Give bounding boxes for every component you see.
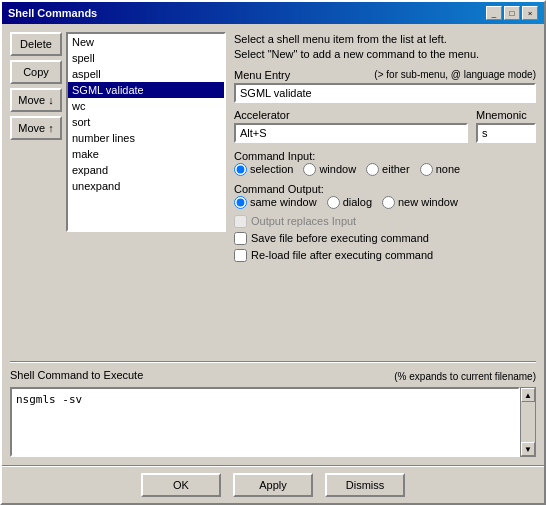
radio-window-input[interactable] — [303, 163, 316, 176]
radio-none[interactable]: none — [420, 163, 460, 176]
radio-selection-input[interactable] — [234, 163, 247, 176]
list-item[interactable]: spell — [68, 50, 224, 66]
list-item[interactable]: make — [68, 146, 224, 162]
radio-same-window[interactable]: same window — [234, 196, 317, 209]
list-item[interactable]: number lines — [68, 130, 224, 146]
ok-button[interactable]: OK — [141, 473, 221, 497]
main-area: Delete Copy Move ↓ Move ↑ Newspellaspell… — [10, 32, 536, 355]
delete-button[interactable]: Delete — [10, 32, 62, 56]
command-input-radios: selection window either none — [234, 163, 536, 176]
radio-dialog-input[interactable] — [327, 196, 340, 209]
radio-either-label: either — [382, 163, 410, 175]
accelerator-label: Accelerator — [234, 109, 468, 121]
checkbox-save-before[interactable]: Save file before executing command — [234, 232, 536, 245]
separator — [10, 361, 536, 363]
shell-command-area: ▲ ▼ — [10, 387, 536, 457]
list-item[interactable]: SGML validate — [68, 82, 224, 98]
close-button[interactable]: × — [522, 6, 538, 20]
menu-entry-input[interactable] — [234, 83, 536, 103]
checkbox-output-replaces-label: Output replaces Input — [251, 215, 356, 227]
footer: OK Apply Dismiss — [2, 467, 544, 503]
radio-window-label: window — [319, 163, 356, 175]
list-item[interactable]: unexpand — [68, 178, 224, 194]
checkbox-save-before-input[interactable] — [234, 232, 247, 245]
mnemonic-label: Mnemonic — [476, 109, 536, 121]
shell-command-section: Shell Command to Execute (% expands to c… — [10, 369, 536, 457]
menu-entry-sublabel: (> for sub-menu, @ language mode) — [374, 69, 536, 80]
apply-button[interactable]: Apply — [233, 473, 313, 497]
shell-commands-window: Shell Commands _ □ × Delete Copy Move ↓ … — [0, 0, 546, 505]
radio-new-window-label: new window — [398, 196, 458, 208]
command-input-section: Command Input: selection window eithe — [234, 149, 536, 176]
command-output-label: Command Output: — [234, 183, 324, 195]
title-bar: Shell Commands _ □ × — [2, 2, 544, 24]
command-output-section: Command Output: same window dialog ne — [234, 182, 536, 209]
accelerator-group: Accelerator — [234, 109, 468, 143]
checkbox-output-replaces-input[interactable] — [234, 215, 247, 228]
radio-same-window-input[interactable] — [234, 196, 247, 209]
checkbox-reload-after[interactable]: Re-load file after executing command — [234, 249, 536, 262]
window-title: Shell Commands — [8, 7, 97, 19]
scroll-down-arrow[interactable]: ▼ — [521, 442, 535, 456]
mnemonic-input[interactable] — [476, 123, 536, 143]
title-controls: _ □ × — [486, 6, 538, 20]
checkbox-save-before-label: Save file before executing command — [251, 232, 429, 244]
scroll-track — [521, 402, 535, 442]
command-input-label: Command Input: — [234, 150, 315, 162]
radio-new-window[interactable]: new window — [382, 196, 458, 209]
radio-either-input[interactable] — [366, 163, 379, 176]
radio-dialog-label: dialog — [343, 196, 372, 208]
scrollbar: ▲ ▼ — [520, 387, 536, 457]
mnemonic-group: Mnemonic — [476, 109, 536, 143]
list-item[interactable]: aspell — [68, 66, 224, 82]
list-item[interactable]: New — [68, 34, 224, 50]
list-item[interactable]: expand — [68, 162, 224, 178]
maximize-button[interactable]: □ — [504, 6, 520, 20]
minimize-button[interactable]: _ — [486, 6, 502, 20]
checkbox-group: Output replaces Input Save file before e… — [234, 215, 536, 262]
menu-entry-group: Menu Entry (> for sub-menu, @ language m… — [234, 69, 536, 103]
main-content: Delete Copy Move ↓ Move ↑ Newspellaspell… — [2, 24, 544, 465]
radio-dialog[interactable]: dialog — [327, 196, 372, 209]
right-panel: Select a shell menu item from the list a… — [234, 32, 536, 355]
radio-same-window-label: same window — [250, 196, 317, 208]
shell-command-header: Shell Command to Execute (% expands to c… — [10, 369, 536, 383]
scroll-up-arrow[interactable]: ▲ — [521, 388, 535, 402]
radio-none-input[interactable] — [420, 163, 433, 176]
copy-button[interactable]: Copy — [10, 60, 62, 84]
radio-selection[interactable]: selection — [234, 163, 293, 176]
command-output-radios: same window dialog new window — [234, 196, 536, 209]
commands-list[interactable]: NewspellaspellSGML validatewcsortnumber … — [66, 32, 226, 232]
radio-new-window-input[interactable] — [382, 196, 395, 209]
radio-window[interactable]: window — [303, 163, 356, 176]
left-panel: Delete Copy Move ↓ Move ↑ Newspellaspell… — [10, 32, 226, 355]
move-up-button[interactable]: Move ↑ — [10, 116, 62, 140]
menu-entry-label: Menu Entry — [234, 69, 290, 81]
radio-selection-label: selection — [250, 163, 293, 175]
shell-command-textarea[interactable] — [10, 387, 520, 457]
dismiss-button[interactable]: Dismiss — [325, 473, 405, 497]
filename-note: (% expands to current filename) — [394, 371, 536, 382]
checkbox-reload-after-label: Re-load file after executing command — [251, 249, 433, 261]
checkbox-reload-after-input[interactable] — [234, 249, 247, 262]
accel-mnemonic-row: Accelerator Mnemonic — [234, 109, 536, 143]
info-line1: Select a shell menu item from the list a… — [234, 33, 447, 45]
button-column: Delete Copy Move ↓ Move ↑ — [10, 32, 62, 355]
shell-command-label: Shell Command to Execute — [10, 369, 143, 381]
list-item[interactable]: wc — [68, 98, 224, 114]
list-item[interactable]: sort — [68, 114, 224, 130]
info-text: Select a shell menu item from the list a… — [234, 32, 536, 63]
radio-either[interactable]: either — [366, 163, 410, 176]
accelerator-input[interactable] — [234, 123, 468, 143]
radio-none-label: none — [436, 163, 460, 175]
info-line2: Select "New" to add a new command to the… — [234, 48, 479, 60]
move-down-button[interactable]: Move ↓ — [10, 88, 62, 112]
checkbox-output-replaces[interactable]: Output replaces Input — [234, 215, 536, 228]
